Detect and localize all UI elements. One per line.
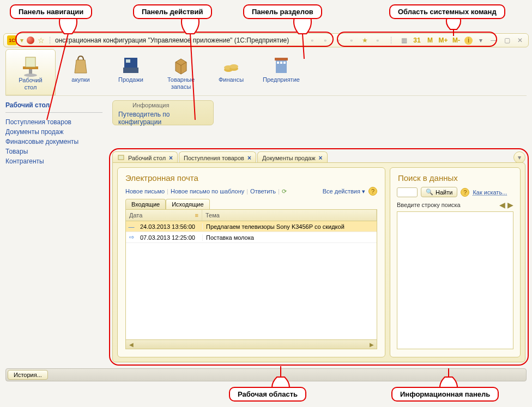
section-tovarnye[interactable]: Товарные запасы	[156, 49, 206, 95]
dropdown-icon[interactable]: ▾	[476, 35, 486, 45]
scroll-right-icon[interactable]: ▶	[367, 341, 376, 348]
building-icon	[269, 52, 293, 76]
cell-date: 24.03.2013 13:56:00	[137, 223, 202, 230]
titlebar: 1С ▾ ☆ ┆ онстрационная конфигурация "Упр…	[3, 33, 529, 47]
tab-outbox[interactable]: Исходящие	[166, 199, 209, 209]
email-grid: Дата ≡ Тема — 24.03.2013 13:56:00 Предла…	[125, 209, 377, 349]
how-to-search-link[interactable]: Как искать...	[473, 189, 507, 196]
svg-rect-11	[123, 68, 138, 73]
box-icon	[169, 52, 193, 76]
help-icon[interactable]: ?	[461, 188, 469, 197]
minimize-icon[interactable]: —	[489, 35, 499, 45]
history-button[interactable]: История...	[8, 370, 48, 380]
memory-m-icon[interactable]: M	[425, 35, 435, 45]
nav-link-tovary[interactable]: Товары	[5, 148, 102, 155]
email-panel: Электронная почта Новое письмо | Новое п…	[117, 167, 385, 357]
close-icon[interactable]: ✕	[515, 35, 525, 45]
mail-out-icon: ⇨	[126, 234, 137, 241]
new-mail-tpl-button[interactable]: Новое письмо по шаблону	[171, 188, 244, 195]
search-title: Поиск в данных	[390, 168, 520, 187]
svg-rect-18	[277, 62, 279, 64]
clipboard-icon[interactable]: ▫	[373, 35, 383, 45]
mail-out-icon: —	[126, 223, 137, 230]
back-icon[interactable]: ▾	[20, 37, 23, 44]
separator: |	[278, 188, 280, 195]
desktop-icon	[19, 53, 43, 77]
calc-icon[interactable]: ▦	[399, 35, 409, 45]
save-icon[interactable]: ▫	[307, 35, 317, 45]
refresh-icon[interactable]: ⟳	[282, 188, 287, 195]
tab-bar: Рабочий стол × Поступления товаров × Док…	[112, 150, 525, 163]
col-date[interactable]: Дата ≡	[126, 210, 202, 221]
workspace: Электронная почта Новое письмо | Новое п…	[112, 162, 525, 362]
bag-icon	[69, 52, 93, 76]
col-subject[interactable]: Тема	[202, 210, 377, 221]
email-inner-tabs: Входящие Исходящие	[118, 199, 385, 209]
nav-link-dokumenty-prodazh[interactable]: Документы продаж	[5, 128, 102, 136]
scroll-left-icon[interactable]: ◀	[127, 341, 135, 348]
next-icon[interactable]: ▶	[507, 201, 513, 209]
section-desktop[interactable]: Рабочий стол	[5, 49, 56, 95]
favorite-icon[interactable]: ☆	[38, 36, 45, 45]
section-finansy[interactable]: Финансы	[206, 49, 256, 95]
memory-mplus-icon[interactable]: M+	[438, 35, 448, 45]
calendar-icon[interactable]: 31	[412, 35, 422, 45]
section-label: акупки	[71, 76, 89, 83]
callout-system-commands: Область системных команд	[389, 4, 505, 19]
maximize-icon[interactable]: ▢	[502, 35, 512, 45]
separator-icon: ┆	[48, 37, 52, 44]
separator-icon: ┆	[386, 35, 396, 45]
coins-icon	[219, 52, 243, 76]
tab-more-button[interactable]: ▾	[513, 151, 525, 163]
section-prodazhi[interactable]: Продажи	[106, 49, 156, 95]
tab-label: Рабочий стол	[128, 155, 166, 161]
tab-desktop[interactable]: Рабочий стол ×	[112, 151, 178, 163]
prev-icon[interactable]: ◀	[499, 201, 505, 209]
search-input[interactable]	[397, 187, 418, 197]
doc-icon[interactable]: ▫	[334, 35, 343, 45]
info-icon[interactable]: i	[464, 37, 473, 45]
section-panel: Рабочий стол акупки Продажи Товарные зап…	[5, 49, 527, 96]
section-zakupki[interactable]: акупки	[56, 49, 106, 95]
help-icon[interactable]: ?	[368, 187, 377, 196]
section-label: Продажи	[118, 76, 143, 83]
nav-link-finansovye[interactable]: Финансовые документы	[5, 138, 102, 145]
nav-link-kontragenty[interactable]: Контрагенты	[5, 157, 102, 165]
all-actions-button[interactable]: Все действия ▾	[323, 188, 365, 195]
table-row[interactable]: ⇨ 07.03.2013 12:25:00 Поставка молока	[126, 232, 377, 243]
stop-icon[interactable]	[27, 37, 34, 44]
find-button[interactable]: 🔍Найти	[421, 187, 457, 197]
table-row[interactable]: — 24.03.2013 13:56:00 Предлагаем телевиз…	[126, 221, 377, 232]
copy-icon[interactable]: ▫	[347, 35, 356, 45]
callout-info-panel: Информационная панель	[391, 387, 499, 402]
memory-mminus-icon[interactable]: M-	[451, 35, 461, 45]
action-panel: Информация Путеводитель по конфигурации	[112, 100, 214, 125]
svg-rect-22	[118, 155, 124, 160]
star-icon[interactable]: ★	[360, 35, 370, 45]
separator: |	[246, 188, 248, 195]
print-icon[interactable]: ▫	[321, 35, 330, 45]
tab-inbox[interactable]: Входящие	[125, 199, 166, 209]
action-panel-title: Информация	[113, 101, 213, 108]
action-panel-link[interactable]: Путеводитель по конфигурации	[113, 108, 213, 126]
cash-register-icon	[119, 52, 143, 76]
svg-rect-21	[275, 58, 288, 60]
tab-postupleniya[interactable]: Поступления товаров ×	[179, 151, 256, 163]
sort-desc-icon: ≡	[195, 212, 198, 218]
section-label: Финансы	[219, 76, 244, 83]
horizontal-scrollbar[interactable]: ◀ ▶	[126, 339, 377, 349]
tab-close-icon[interactable]: ×	[169, 154, 173, 162]
reply-button[interactable]: Ответить	[250, 188, 276, 195]
nav-link-postupleniya[interactable]: Поступления товаров	[5, 118, 102, 126]
app-logo: 1С	[7, 35, 17, 45]
tab-close-icon[interactable]: ×	[247, 154, 251, 162]
search-hint-label: Введите строку поиска ◀ ▶	[390, 201, 520, 209]
tab-dokumenty[interactable]: Документы продаж ×	[257, 151, 328, 163]
cell-subject: Предлагаем телевизоры Sony K3456P со ски…	[202, 223, 377, 230]
section-predpriyatie[interactable]: Предприятие	[256, 49, 306, 95]
search-panel: Поиск в данных 🔍Найти ? Как искать... Вв…	[390, 167, 521, 357]
callout-section-panel: Панель разделов	[243, 4, 322, 19]
section-label: Рабочий стол	[19, 77, 42, 91]
tab-close-icon[interactable]: ×	[319, 154, 323, 162]
new-mail-button[interactable]: Новое письмо	[125, 188, 165, 195]
